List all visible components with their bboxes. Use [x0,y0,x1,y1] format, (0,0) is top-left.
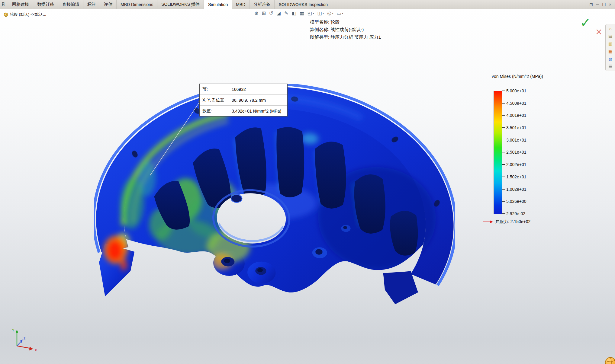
triad-x-label: X [35,348,37,352]
copy-settings-icon[interactable]: ▦ [298,10,305,17]
plot-header: 模型名称: 轮毂 算例名称: 线性载荷(-默认-) 图解类型: 静应力分析 节应… [310,18,381,41]
tab-simulation[interactable]: Simulation [204,0,232,9]
tab-mbd[interactable]: MBD [232,0,250,9]
legend-tick: 1.002e+01 [502,187,526,192]
probe-node-value: 166932 [229,87,246,92]
tick-mark [502,127,505,128]
task-pane-strip: ⌂ ▤ ▥ ▦ ◍ ☰ [605,24,615,71]
bolt-hole [231,194,242,203]
feature-tree-root[interactable]: 轮毂 (默认) <<默认... [4,12,46,17]
probe-row-node: 节: 166932 [200,84,287,95]
tab-tools[interactable]: 具 [0,0,8,9]
design-library-icon[interactable]: ▤ [608,34,612,38]
zoom-area-icon[interactable]: ⊞ [260,10,267,17]
probe-node-label: 节: [200,84,229,94]
triad-y-label: Y [12,328,14,332]
chevron-down-icon: ▾ [342,12,343,15]
display-style-icon[interactable]: ◫▾ [316,10,325,17]
tab-solidworks-inspection[interactable]: SOLIDWORKS Inspection [275,0,332,9]
tab-direct-editing[interactable]: 直接编辑 [58,0,83,9]
tick-mark [502,201,505,202]
file-explorer-icon[interactable]: ▥ [608,42,612,46]
legend-tick: 1.502e+01 [502,174,526,179]
part-icon [4,12,8,17]
yield-strength-label: 屈服力: 2.150e+02 [495,219,530,225]
legend-tick: 3.001e+01 [502,138,526,142]
legend-color-bar [494,91,502,214]
tab-analysis-preparation[interactable]: 分析准备 [250,0,275,9]
window-maximize-icon[interactable]: ☐ [602,2,606,7]
coordinate-triad: Y Z X [8,327,44,354]
probe-row-position: X, Y, Z 位置 06, 90.9, 78.2 mm [200,95,287,106]
legend-tick: 3.501e+01 [502,125,526,130]
tab-annotate[interactable]: 标注 [83,0,100,9]
orange-orb-icon [604,356,615,364]
tick-mark [502,189,505,190]
plot-type-text: 图解类型: 静应力分析 节应力 应力1 [310,33,381,41]
probe-row-value: 数值: 3.492e+01 N/mm^2 (MPa) [200,106,287,116]
tick-mark [502,213,505,214]
section-view-icon[interactable]: ◪ [275,10,282,17]
view-settings-icon[interactable]: ▭▾ [336,10,345,17]
accept-check-icon[interactable]: ✓ [580,15,591,30]
triad-z-label: Z [24,337,25,340]
appearances-scenes-icon[interactable]: ◍ [608,57,612,61]
chevron-down-icon: ▾ [323,12,324,15]
zoom-fit-icon[interactable]: ⊕ [253,10,259,17]
legend-tick: 4.001e+01 [502,113,526,118]
tab-mbd-dimensions[interactable]: MBD Dimensions [117,0,157,9]
probe-position-value: 06, 90.9, 78.2 mm [229,98,266,103]
legend-tick: 5.026e+00 [502,199,526,204]
appearance-icon[interactable]: ◧ [291,10,298,17]
annotations-icon[interactable]: ✎ [283,10,289,17]
feature-tree-root-label: 轮毂 (默认) <<默认... [10,12,46,17]
probe-value-value: 3.492e+01 N/mm^2 (MPa) [229,109,281,113]
resources-home-icon[interactable]: ⌂ [609,27,611,31]
legend-title: von Mises (N/mm^2 (MPa)) [492,74,543,79]
rim-fragment [382,270,419,305]
tick-mark [502,103,505,104]
tick-mark [502,164,505,165]
legend-tick: 2.929e-02 [502,211,526,216]
probe-result-tooltip: 节: 166932 X, Y, Z 位置 06, 90.9, 78.2 mm 数… [199,84,288,117]
custom-properties-icon[interactable]: ☰ [608,64,612,69]
legend-tick: 2.501e+01 [502,150,526,155]
heads-up-toolbar: ⊕ ⊞ ↺ ◪ ✎ ◧ ▦ ◰▾ ◫▾ ◎▾ ▭▾ [253,10,344,17]
legend-tick-labels: 5.000e+01 4.500e+01 4.001e+01 3.501e+01 … [502,88,526,216]
cancel-x-icon[interactable]: × [596,26,602,38]
legend-tick: 4.500e+01 [502,101,526,106]
chevron-down-icon: ▾ [313,12,314,15]
probe-value-label: 数值: [200,106,229,116]
window-minimize-icon[interactable]: ─ [596,2,599,7]
command-tab-bar: 具 网格建模 数据迁移 直接编辑 标注 评估 MBD Dimensions SO… [0,0,615,9]
hide-show-items-icon[interactable]: ◎▾ [326,10,335,17]
yield-arrow-icon [482,220,493,224]
tick-mark [502,152,505,152]
view-palette-icon[interactable]: ▦ [608,49,612,53]
tab-solidworks-addins[interactable]: SOLIDWORKS 插件 [157,0,204,9]
yield-strength-row: 屈服力: 2.150e+02 [482,219,530,225]
study-name-text: 算例名称: 线性载荷(-默认-) [310,26,381,33]
tick-mark [502,115,505,116]
chevron-down-icon: ▾ [332,12,333,15]
window-restore-icon[interactable]: ⊡ [590,2,593,7]
graphics-viewport[interactable]: 轮毂 (默认) <<默认... ⊕ ⊞ ↺ ◪ ✎ ◧ ▦ ◰▾ ◫▾ ◎▾ ▭… [0,9,615,364]
tab-mesh-modeling[interactable]: 网格建模 [8,0,33,9]
tick-mark [502,177,505,177]
tick-mark [502,140,505,140]
stress-model-canvas[interactable] [94,84,455,308]
tab-data-migration[interactable]: 数据迁移 [33,0,58,9]
window-controls: ⊡ ─ ☐ × [590,0,615,9]
tab-evaluate[interactable]: 评估 [100,0,117,9]
model-name-text: 模型名称: 轮毂 [310,18,381,26]
tick-mark [502,91,505,91]
legend-tick: 2.002e+01 [502,162,526,167]
legend-tick: 5.000e+01 [502,88,526,93]
view-orientation-icon[interactable]: ◰▾ [306,10,315,17]
probe-position-label: X, Y, Z 位置 [200,95,229,105]
window-close-icon[interactable]: × [609,2,611,7]
previous-view-icon[interactable]: ↺ [268,10,274,17]
